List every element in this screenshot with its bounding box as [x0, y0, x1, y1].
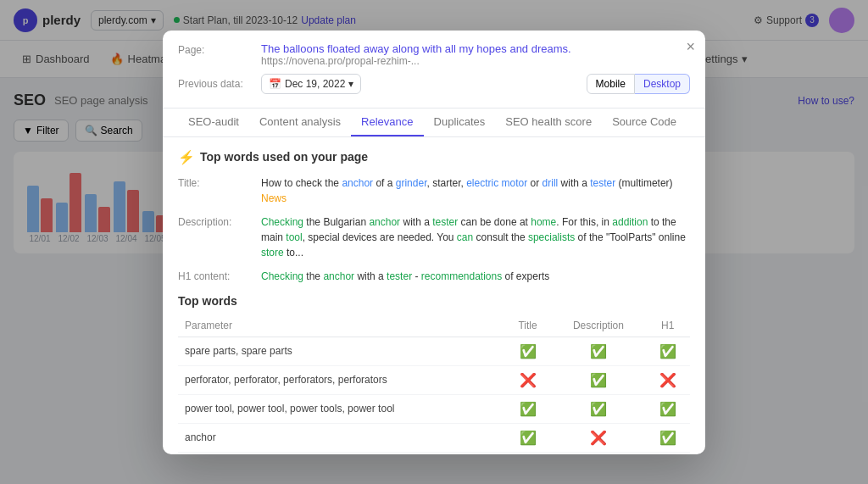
modal-overlay[interactable]: × Page: The balloons floated away along … [0, 0, 868, 277]
h1-row: H1 content: Checking the anchor with a t… [178, 269, 690, 278]
hl-addition: addition [612, 216, 648, 228]
title-row: Title: How to check the anchor of a grin… [178, 175, 690, 206]
hl-anchor-title: anchor [342, 177, 373, 189]
hl-checking-h1: Checking [261, 270, 303, 278]
h1-content: Checking the anchor with a tester - reco… [261, 269, 549, 278]
tab-seo-health-score[interactable]: SEO health score [495, 108, 602, 136]
prev-data-label: Previous data: [178, 78, 254, 90]
hl-specialists: specialists [528, 231, 575, 243]
modal-prev-row: Previous data: 📅 Dec 19, 2022 ▾ Mobile D… [178, 74, 690, 94]
page-title-text[interactable]: The balloons floated away along with all… [261, 42, 571, 55]
device-buttons: Mobile Desktop [587, 74, 690, 94]
hl-news: News [261, 192, 287, 204]
description-content: Checking the Bulgarian anchor with a tes… [261, 214, 690, 260]
hl-grinder: grinder [396, 177, 427, 189]
date-text: Dec 19, 2022 [285, 78, 345, 90]
lightning-icon: ⚡ [178, 149, 195, 165]
title-label: Title: [178, 175, 254, 206]
hl-tester-title: tester [590, 177, 615, 189]
description-label: Description: [178, 214, 254, 260]
modal: × Page: The balloons floated away along … [163, 31, 705, 278]
modal-page-row: Page: The balloons floated away along wi… [178, 42, 690, 67]
modal-body: ⚡ Top words used on your page Title: How… [163, 137, 705, 278]
tab-relevance[interactable]: Relevance [351, 108, 423, 136]
hl-tester-h1: tester [387, 270, 412, 278]
modal-page-info: The balloons floated away along with all… [261, 42, 571, 67]
hl-checking-desc: Checking [261, 216, 303, 228]
tab-duplicates[interactable]: Duplicates [424, 108, 496, 136]
description-row: Description: Checking the Bulgarian anch… [178, 214, 690, 260]
desktop-button[interactable]: Desktop [635, 74, 690, 94]
hl-store: store [261, 247, 284, 259]
tab-source-code[interactable]: Source Code [602, 108, 687, 136]
page-url: https://novena.pro/propal-rezhim-... [261, 55, 571, 67]
section-title-text: Top words used on your page [200, 150, 368, 164]
hl-electric-motor: electric motor [466, 177, 527, 189]
mobile-button[interactable]: Mobile [587, 74, 635, 94]
hl-can: can [457, 231, 473, 243]
section-title: ⚡ Top words used on your page [178, 149, 690, 165]
page-label: Page: [178, 42, 254, 56]
close-button[interactable]: × [686, 39, 695, 54]
chevron-down-icon: ▾ [348, 78, 353, 90]
hl-anchor-h1: anchor [323, 270, 354, 278]
hl-drill: drill [542, 177, 559, 189]
modal-header: Page: The balloons floated away along wi… [163, 31, 705, 108]
title-content: How to check the anchor of a grinder, st… [261, 175, 690, 206]
hl-anchor-desc: anchor [369, 216, 400, 228]
hl-tool: tool [286, 231, 302, 243]
h1-label: H1 content: [178, 269, 254, 278]
hl-tester-desc: tester [432, 216, 458, 228]
modal-tabs: SEO-audit Content analysis Relevance Dup… [163, 108, 705, 137]
hl-recommendations: recommendations [421, 270, 502, 278]
hl-home: home [531, 216, 556, 228]
tab-content-analysis[interactable]: Content analysis [249, 108, 351, 136]
tab-seo-audit[interactable]: SEO-audit [178, 108, 249, 136]
date-selector[interactable]: 📅 Dec 19, 2022 ▾ [261, 74, 361, 94]
calendar-icon: 📅 [269, 78, 281, 90]
